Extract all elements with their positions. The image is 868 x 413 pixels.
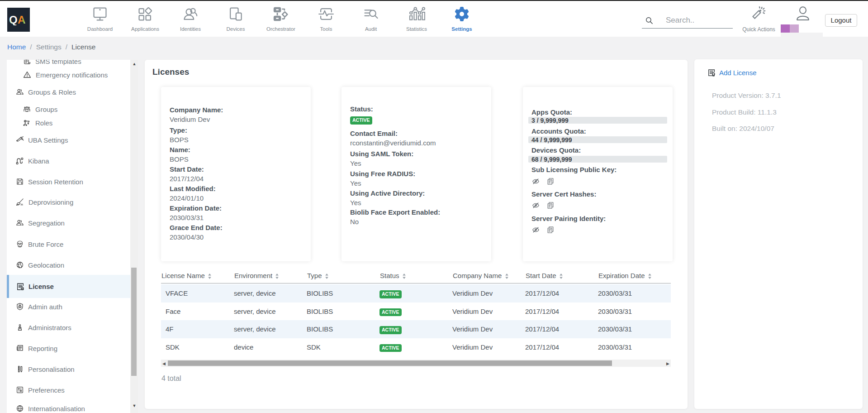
svg-text:Q: Q	[9, 14, 18, 25]
svg-text:A: A	[18, 14, 25, 25]
